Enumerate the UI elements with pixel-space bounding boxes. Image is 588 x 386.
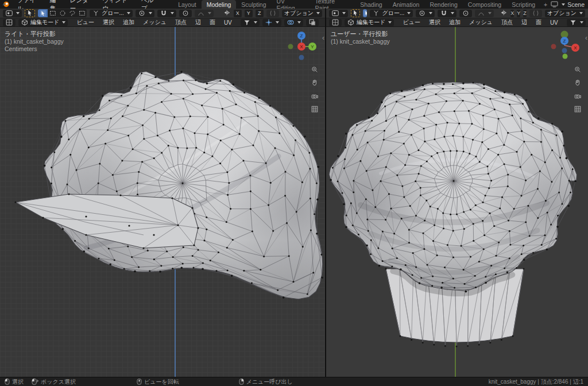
select-tweak-tool-button[interactable] — [363, 9, 367, 17]
zoom-button[interactable] — [310, 65, 319, 74]
menu-3[interactable]: メッシュ — [466, 18, 496, 26]
camera-view-button[interactable] — [573, 91, 582, 101]
navigation-gizmo[interactable]: Z X — [550, 29, 581, 63]
left-mode-header: 編集モードビュー選択追加メッシュ頂点辺面UV — [0, 18, 325, 27]
proportional-editing-toggle[interactable] — [459, 10, 472, 17]
transform-orientation-dropdown[interactable]: グロー... — [370, 10, 413, 17]
menu-6[interactable]: 面 — [207, 18, 218, 26]
menu-4[interactable]: 頂点 — [498, 18, 516, 26]
orthographic-grid-button[interactable] — [573, 105, 582, 114]
mirror-icon — [500, 9, 508, 18]
right-3d-viewport[interactable]: ユーザー・平行投影 (1) knit_casket_baggy Z X ‹ — [326, 27, 588, 377]
selectability-filter-dropdown[interactable] — [241, 19, 260, 26]
workspace-tab-layout[interactable]: Layout — [173, 0, 202, 9]
workspace-tab-animation[interactable]: Animation — [388, 0, 425, 9]
mirror-z-button[interactable]: Z — [256, 10, 264, 17]
chevron-down-icon — [429, 12, 432, 14]
menu-7[interactable]: UV — [547, 20, 561, 26]
gizmo-z-neg-axis[interactable] — [299, 55, 304, 60]
menu-5[interactable]: 辺 — [192, 18, 204, 26]
workspace-tab-uv-editing[interactable]: UV Editing — [272, 0, 310, 9]
chevron-down-icon — [407, 12, 411, 14]
pan-hand-button[interactable] — [310, 78, 319, 87]
mesh-symmetry-dropdown[interactable] — [529, 10, 542, 17]
proportional-falloff-dropdown[interactable] — [475, 10, 494, 17]
select-extend-tool-button[interactable] — [77, 9, 87, 17]
editor-type-button[interactable] — [329, 19, 342, 26]
navigation-gizmo[interactable]: Z Y X — [285, 29, 318, 63]
orthographic-grid-button[interactable] — [310, 105, 319, 114]
options-dropdown[interactable]: オプション — [282, 10, 322, 17]
workspace-tab-texture-paint[interactable]: Texture Paint — [310, 0, 355, 9]
gizmo-y-pos-dot[interactable] — [563, 54, 568, 59]
left-3d-viewport[interactable]: ライト・平行投影 (1) knit_casket_baggy Centimete… — [0, 27, 325, 377]
pivot-point-dropdown[interactable] — [416, 10, 435, 17]
scene-icon — [551, 1, 558, 7]
editor-type-button[interactable] — [329, 10, 348, 17]
transform-orientation-dropdown[interactable]: グロー... — [90, 10, 133, 17]
add-workspace-button[interactable]: + — [540, 0, 551, 9]
menu-5[interactable]: 辺 — [519, 18, 530, 26]
mesh-symmetry-dropdown[interactable] — [266, 10, 279, 17]
left-tool-header: グロー...XYZオプション — [0, 9, 325, 18]
workspace-tab-modeling[interactable]: Modeling — [202, 0, 237, 9]
editor-type-button[interactable] — [3, 19, 16, 26]
menu-0[interactable]: ビュー — [400, 18, 423, 26]
workspace-tab-scripting[interactable]: Scripting — [506, 0, 540, 9]
mirror-x-button[interactable]: X — [510, 10, 514, 17]
options-dropdown[interactable]: オプション — [545, 10, 585, 17]
snap-toggle-dropdown[interactable] — [157, 10, 176, 17]
snap-toggle-dropdown[interactable] — [438, 10, 457, 17]
menu-7[interactable]: UV — [221, 20, 235, 26]
mirror-icon — [223, 9, 231, 18]
chevron-down-icon — [451, 12, 454, 14]
mirror-y-button[interactable]: Y — [517, 10, 520, 17]
camera-view-button[interactable] — [310, 91, 319, 101]
menu-3[interactable]: メッシュ — [140, 18, 169, 26]
menu-1[interactable]: 選択 — [100, 18, 117, 26]
mirror-y-button[interactable]: Y — [245, 10, 253, 17]
show-gizmo-dropdown[interactable] — [262, 19, 281, 26]
menu-2[interactable]: 追加 — [120, 18, 137, 26]
proportional-editing-toggle[interactable] — [179, 10, 192, 17]
mode-dropdown[interactable]: 編集モード — [18, 19, 68, 26]
selectability-filter-dropdown[interactable] — [567, 19, 586, 26]
select-tweak-tool-button[interactable] — [38, 9, 48, 17]
scene-selector[interactable]: Scene — [551, 0, 588, 9]
active-tool-button[interactable] — [25, 9, 35, 17]
workspace-tab-compositing[interactable]: Compositing — [463, 0, 506, 9]
gizmo-x-neg-axis[interactable] — [551, 44, 556, 49]
xray-toggle[interactable] — [306, 19, 319, 26]
mirror-x-button[interactable]: X — [234, 10, 242, 17]
viewport-left: グロー...XYZオプション 編集モードビュー選択追加メッシュ頂点辺面UV ライ… — [0, 9, 325, 377]
scene-label: Scene — [567, 1, 585, 8]
active-tool-button[interactable] — [351, 9, 360, 17]
pivot-point-dropdown[interactable] — [136, 10, 154, 17]
gizmo-y-neg-axis[interactable] — [288, 44, 293, 49]
sidebar-collapse-arrow[interactable]: ‹ — [585, 34, 587, 42]
menu-2[interactable]: 追加 — [446, 18, 463, 26]
chevron-down-icon — [579, 12, 583, 14]
mirror-z-button[interactable]: Z — [523, 10, 527, 17]
show-overlays-dropdown[interactable] — [284, 19, 303, 26]
workspace-tab-rendering[interactable]: Rendering — [424, 0, 462, 9]
menu-0[interactable]: ビュー — [74, 18, 96, 26]
select-lasso-tool-button[interactable] — [67, 9, 77, 17]
pan-hand-button[interactable] — [573, 78, 582, 87]
select-circle-tool-button[interactable] — [57, 9, 67, 17]
editor-type-button[interactable] — [3, 10, 22, 17]
menu-4[interactable]: 頂点 — [172, 18, 189, 26]
menu-6[interactable]: 面 — [533, 18, 544, 26]
sidebar-collapse-arrow[interactable]: ‹ — [322, 34, 324, 42]
gizmo-z-neg-axis[interactable] — [562, 48, 567, 53]
select-box-tool-button[interactable] — [48, 9, 57, 17]
menu-1[interactable]: 選択 — [426, 18, 443, 26]
zoom-button[interactable] — [573, 65, 582, 74]
viewport-split-area: グロー...XYZオプション 編集モードビュー選択追加メッシュ頂点辺面UV ライ… — [0, 9, 588, 377]
mode-dropdown[interactable]: 編集モード — [345, 19, 394, 26]
right-hat-mesh — [326, 27, 588, 377]
proportional-falloff-dropdown[interactable] — [195, 10, 214, 17]
workspace-tab-sculpting[interactable]: Sculpting — [236, 0, 271, 9]
svg-text:Z: Z — [300, 33, 303, 38]
workspace-tab-shading[interactable]: Shading — [355, 0, 388, 9]
